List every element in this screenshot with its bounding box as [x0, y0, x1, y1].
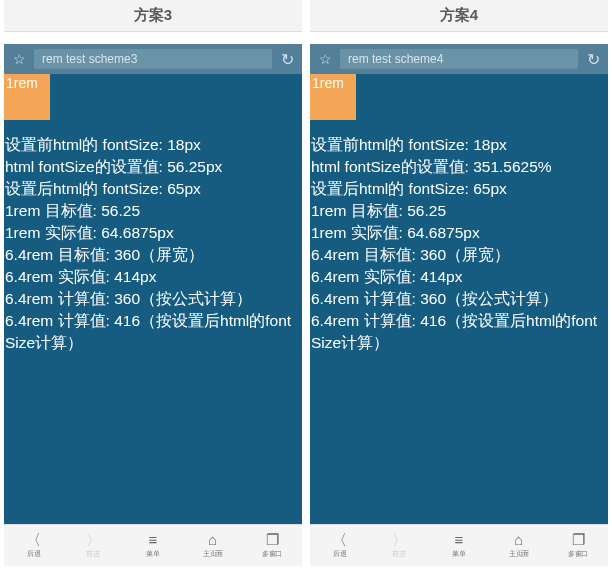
- line: 1rem 目标值: 56.25: [311, 200, 607, 222]
- line: 1rem 实际值: 64.6875px: [5, 222, 301, 244]
- line: 6.4rem 实际值: 414px: [311, 266, 607, 288]
- phone-view: ☆ rem test scheme3 ↻ 1rem 设置前html的 fontS…: [4, 44, 302, 566]
- nav-label: 后退: [333, 549, 347, 558]
- url-input[interactable]: rem test scheme4: [340, 49, 578, 69]
- home-icon: ⌂: [208, 532, 217, 547]
- scheme4-column: 方案4 ☆ rem test scheme4 ↻ 1rem 设置前html的 f…: [310, 0, 608, 566]
- column-header: 方案3: [4, 0, 302, 32]
- bottom-nav: 〈 后退 〉 前进 ≡ 菜单 ⌂ 主页面 ❐ 多窗口: [4, 524, 302, 566]
- rem-box: 1rem: [310, 74, 356, 120]
- nav-forward[interactable]: 〉 前进: [370, 525, 430, 566]
- line: 6.4rem 计算值: 416（按设置后html的fontSize计算）: [5, 310, 301, 354]
- nav-forward[interactable]: 〉 前进: [64, 525, 124, 566]
- rem-box: 1rem: [4, 74, 50, 120]
- nav-label: 前进: [87, 549, 101, 558]
- chevron-left-icon: 〈: [26, 532, 41, 547]
- column-header: 方案4: [310, 0, 608, 32]
- home-icon: ⌂: [514, 532, 523, 547]
- star-icon[interactable]: ☆: [316, 51, 334, 67]
- spacer: [310, 32, 608, 44]
- chevron-left-icon: 〈: [332, 532, 347, 547]
- nav-home[interactable]: ⌂ 主页面: [183, 525, 243, 566]
- url-input[interactable]: rem test scheme3: [34, 49, 272, 69]
- refresh-icon[interactable]: ↻: [584, 50, 602, 69]
- line: 设置前html的 fontSize: 18px: [311, 134, 607, 156]
- line: 设置后html的 fontSize: 65px: [5, 178, 301, 200]
- nav-label: 主页面: [508, 549, 528, 558]
- line: 1rem 实际值: 64.6875px: [311, 222, 607, 244]
- url-bar: ☆ rem test scheme4 ↻: [310, 44, 608, 74]
- line: 6.4rem 计算值: 360（按公式计算）: [311, 288, 607, 310]
- scheme3-column: 方案3 ☆ rem test scheme3 ↻ 1rem 设置前html的 f…: [4, 0, 302, 566]
- line: 6.4rem 实际值: 414px: [5, 266, 301, 288]
- nav-windows[interactable]: ❐ 多窗口: [242, 525, 302, 566]
- nav-label: 主页面: [202, 549, 222, 558]
- nav-back[interactable]: 〈 后退: [4, 525, 64, 566]
- menu-icon: ≡: [149, 532, 158, 547]
- line: 6.4rem 目标值: 360（屏宽）: [311, 244, 607, 266]
- nav-label: 菜单: [146, 549, 160, 558]
- line: 6.4rem 计算值: 416（按设置后html的fontSize计算）: [311, 310, 607, 354]
- line: html fontSize的设置值: 351.5625%: [311, 156, 607, 178]
- nav-label: 多窗口: [262, 549, 282, 558]
- nav-label: 多窗口: [568, 549, 588, 558]
- chevron-right-icon: 〉: [392, 532, 407, 547]
- nav-menu[interactable]: ≡ 菜单: [429, 525, 489, 566]
- nav-label: 前进: [393, 549, 407, 558]
- line: 6.4rem 目标值: 360（屏宽）: [5, 244, 301, 266]
- nav-windows[interactable]: ❐ 多窗口: [548, 525, 608, 566]
- content-text: 设置前html的 fontSize: 18px html fontSize的设置…: [310, 134, 608, 354]
- line: html fontSize的设置值: 56.25px: [5, 156, 301, 178]
- content-text: 设置前html的 fontSize: 18px html fontSize的设置…: [4, 134, 302, 354]
- star-icon[interactable]: ☆: [10, 51, 28, 67]
- chevron-right-icon: 〉: [86, 532, 101, 547]
- line: 6.4rem 计算值: 360（按公式计算）: [5, 288, 301, 310]
- bottom-nav: 〈 后退 〉 前进 ≡ 菜单 ⌂ 主页面 ❐ 多窗口: [310, 524, 608, 566]
- line: 设置后html的 fontSize: 65px: [311, 178, 607, 200]
- phone-view: ☆ rem test scheme4 ↻ 1rem 设置前html的 fontS…: [310, 44, 608, 566]
- windows-icon: ❐: [572, 532, 585, 547]
- menu-icon: ≡: [455, 532, 464, 547]
- line: 1rem 目标值: 56.25: [5, 200, 301, 222]
- nav-label: 菜单: [452, 549, 466, 558]
- windows-icon: ❐: [266, 532, 279, 547]
- line: 设置前html的 fontSize: 18px: [5, 134, 301, 156]
- nav-menu[interactable]: ≡ 菜单: [123, 525, 183, 566]
- refresh-icon[interactable]: ↻: [278, 50, 296, 69]
- nav-back[interactable]: 〈 后退: [310, 525, 370, 566]
- url-bar: ☆ rem test scheme3 ↻: [4, 44, 302, 74]
- nav-label: 后退: [27, 549, 41, 558]
- nav-home[interactable]: ⌂ 主页面: [489, 525, 549, 566]
- spacer: [4, 32, 302, 44]
